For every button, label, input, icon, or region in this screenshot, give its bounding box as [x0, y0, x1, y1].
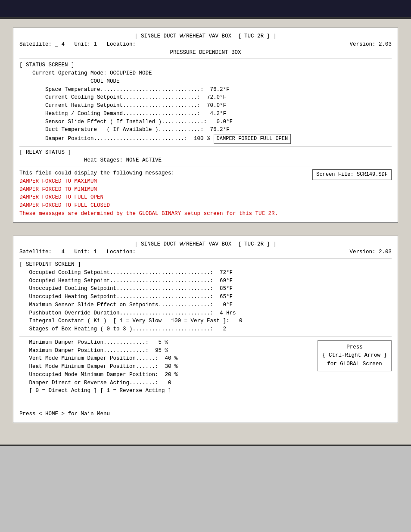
panel1-version: Version: 2.03	[349, 40, 392, 49]
panel2-max-damper: Maximum Damper Position.............: 95…	[19, 347, 178, 355]
panel2-version: Version: 2.03	[349, 248, 392, 256]
top-bar	[0, 0, 411, 17]
panel1-sensor-slide: Sensor Slide Effect ( If Installed )....…	[19, 118, 392, 126]
panel1-heat-stages: Heat Stages: NONE ACTIVE	[19, 156, 392, 165]
panel2-occ-heat: Occupied Heating Setpoint...............…	[19, 277, 392, 285]
panel2-max-sensor: Maximum Sensor Slide Effect on Setpoints…	[19, 301, 392, 309]
panel1-relay-status: [ RELAY STATUS ]	[19, 149, 392, 157]
panel2-ctrl-box: Press { Ctrl-Right Arrow } for GLOBAL Sc…	[318, 340, 392, 371]
panel1-heat-setpoint: Current Heating Setpoint................…	[19, 102, 392, 110]
panel2-unocc-mode: Unoccupied Mode Minimum Damper Position:…	[19, 371, 178, 379]
panel1-messages-left: This field could display the following m…	[19, 169, 278, 218]
panel2-setpoint-section: [ SETPOINT SCREEN ]	[19, 261, 392, 269]
panel1-subtitle-area: PRESSURE DEPENDENT BOX	[19, 49, 392, 59]
damper-forced-box: DAMPER FORCED FULL OPEN	[214, 134, 291, 144]
panel-2: ——| SINGLE DUCT W/REHEAT VAV BOX { TUC-2…	[13, 236, 398, 423]
panel1-space-temp: Space Temperature.......................…	[19, 86, 392, 94]
panel1-relay-area: [ RELAY STATUS ] Heat Stages: NONE ACTIV…	[19, 146, 392, 165]
panel1-subtitle: PRESSURE DEPENDENT BOX	[19, 49, 392, 57]
panel1-screen-file-box: Screen File: SCR149.SDF	[312, 169, 392, 180]
panel2-damper-left: Minimum Damper Position.............: 5 …	[19, 339, 178, 395]
panel1-status-section: [ STATUS SCREEN ]	[19, 61, 392, 69]
panel1-msg-label: This field could display the following m…	[19, 169, 278, 177]
bottom-separator	[0, 445, 411, 446]
panel1-cool-setpoint: Current Cooling Setpoint................…	[19, 93, 392, 102]
panel2-header-line: ——| SINGLE DUCT W/REHEAT VAV BOX { TUC-2…	[19, 240, 392, 249]
panel2-occ-cool: Occupied Cooling Setpoint...............…	[19, 269, 392, 277]
panel2-ctrl-right: { Ctrl-Right Arrow }	[322, 352, 387, 360]
panel1-damper-row: Damper Position.........................…	[19, 134, 392, 144]
panel1-damper-pos: Damper Position.........................…	[19, 135, 210, 143]
panel2-header-text: ——| SINGLE DUCT W/REHEAT VAV BOX { TUC-2…	[19, 240, 392, 249]
panel1-hc-demand: Heating / Cooling Demand................…	[19, 110, 392, 118]
panel1-msg5: These messages are determined by the GLO…	[19, 210, 278, 218]
panel1-msg4: DAMPER FORCED TO FULL CLOSED	[19, 202, 278, 210]
panel1-msg1: DAMPER FORCED TO MAXIMUM	[19, 177, 278, 186]
panel2-pushbutton: Pushbutton Override Duration............…	[19, 309, 392, 317]
panel2-home-area: Press < HOME > for Main Menu	[19, 408, 392, 418]
panel2-vent-mode: Vent Mode Minimum Damper Position......:…	[19, 355, 178, 363]
panel-1: ——| SINGLE DUCT W/REHEAT VAV BOX { TUC-2…	[13, 28, 398, 223]
panel2-for-global: for GLOBAL Screen	[322, 360, 387, 368]
panel2-home-menu: Press < HOME > for Main Menu	[19, 410, 392, 418]
panel2-min-damper: Minimum Damper Position.............: 5 …	[19, 339, 178, 347]
title-bar	[0, 0, 121, 17]
panel1-header-text: ——| SINGLE DUCT W/REHEAT VAV BOX { TUC-2…	[19, 32, 392, 40]
panel2-damper-acting: Damper Direct or Reverse Acting........:…	[19, 379, 178, 387]
panel2-stages: Stages of Box Heating ( 0 to 3 )........…	[19, 325, 392, 333]
panel1-header-line: ——| SINGLE DUCT W/REHEAT VAV BOX { TUC-2…	[19, 32, 392, 40]
panel1-duct-temp: Duct Temperature ( If Available ).......…	[19, 126, 392, 134]
panel1-sat-line: Satellite: _ 4 Unit: 1 Location: Version…	[19, 40, 392, 49]
panel1-messages-area: This field could display the following m…	[19, 167, 392, 218]
panel2-unocc-heat: Unoccupied Heating Setpoint.............…	[19, 293, 392, 301]
panel1-cool-mode: COOL MODE	[19, 78, 392, 86]
panel2-sat-line: Satellite: _ 4 Unit: 1 Location: Version…	[19, 248, 392, 256]
panel2-press-label: Press	[322, 343, 387, 352]
panel2-integral: Integral Constant ( Ki ) [ 1 = Very Slow…	[19, 317, 392, 325]
panel2-heat-mode: Heat Mode Minimum Damper Position......:…	[19, 363, 178, 371]
panel1-op-mode: Current Operating Mode: OCCUPIED MODE	[19, 69, 392, 78]
panel1-satellite: Satellite: _ 4 Unit: 1 Location:	[19, 40, 136, 49]
panel2-setpoint-area: [ SETPOINT SCREEN ] Occupied Cooling Set…	[19, 258, 392, 333]
panel1-msg2: DAMPER FORCED TO MINIMUM	[19, 186, 278, 194]
panel2-acting-legend: [ 0 = Direct Acting ] [ 1 = Reverse Acti…	[19, 387, 178, 395]
panel2-unocc-cool: Unoccupied Cooling Setpoint.............…	[19, 285, 392, 293]
panel2-damper-area: Minimum Damper Position.............: 5 …	[19, 336, 392, 395]
panel2-satellite: Satellite: _ 4 Unit: 1 Location:	[19, 248, 136, 256]
panel1-msg3: DAMPER FORCED TO FULL OPEN	[19, 193, 278, 202]
